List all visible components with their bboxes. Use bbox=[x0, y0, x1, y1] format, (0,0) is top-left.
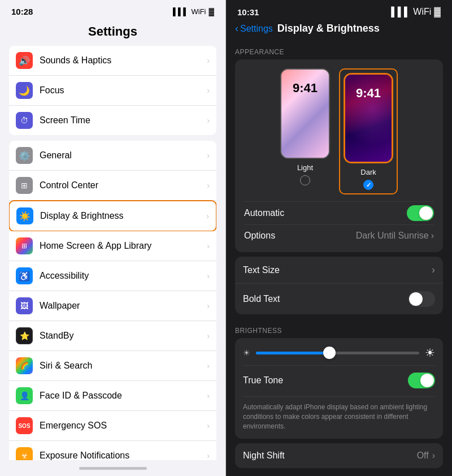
sidebar-item-home-screen[interactable]: ⊞ Home Screen & App Library › bbox=[9, 231, 216, 261]
sidebar-item-focus[interactable]: 🌙 Focus › bbox=[9, 76, 216, 106]
sidebar-item-exposure[interactable]: ☣ Exposure Notifications › bbox=[9, 441, 216, 460]
screen-time-label: Screen Time bbox=[40, 115, 207, 126]
true-tone-row: True Tone bbox=[243, 365, 435, 393]
settings-list: 🔊 Sounds & Haptics › 🌙 Focus › ⏱ Screen … bbox=[0, 46, 225, 460]
dark-label: Dark bbox=[360, 168, 376, 176]
sidebar-item-siri-search[interactable]: 🌈 Siri & Search › bbox=[9, 351, 216, 381]
screen-time-chevron: › bbox=[207, 116, 210, 125]
general-chevron: › bbox=[207, 151, 210, 160]
true-tone-desc: Automatically adapt iPhone display based… bbox=[243, 396, 435, 431]
home-bar-left bbox=[79, 467, 147, 470]
sidebar-item-wallpaper[interactable]: 🖼 Wallpaper › bbox=[9, 291, 216, 321]
sounds-icon: 🔊 bbox=[16, 52, 33, 69]
text-size-label: Text Size bbox=[243, 265, 280, 275]
battery-icon-right: ▓ bbox=[434, 7, 441, 17]
options-value: Dark Until Sunrise › bbox=[356, 231, 434, 241]
back-button[interactable]: ‹ Settings bbox=[235, 23, 273, 34]
appearance-section: 9:41 Light 9:41 Dark bbox=[235, 59, 443, 252]
sidebar-item-face-id[interactable]: 👤 Face ID & Passcode › bbox=[9, 381, 216, 411]
automatic-toggle[interactable] bbox=[407, 205, 434, 221]
toggle-thumb-bold bbox=[409, 292, 423, 306]
sidebar-item-display-brightness[interactable]: ☀️ Display & Brightness › bbox=[9, 200, 216, 232]
wallpaper-icon: 🖼 bbox=[16, 297, 33, 314]
back-chevron-icon: ‹ bbox=[235, 23, 238, 34]
options-label: Options bbox=[244, 231, 275, 241]
siri-icon: 🌈 bbox=[16, 357, 33, 374]
control-center-chevron: › bbox=[207, 181, 210, 190]
sidebar-item-standby[interactable]: ⭐ StandBy › bbox=[9, 321, 216, 351]
appearance-option-dark[interactable]: 9:41 Dark bbox=[339, 68, 398, 194]
right-content: APPEARANCE 9:41 Light bbox=[226, 40, 452, 476]
control-center-label: Control Center bbox=[40, 180, 207, 191]
home-screen-icon: ⊞ bbox=[16, 237, 33, 254]
sidebar-item-accessibility[interactable]: ♿ Accessibility › bbox=[9, 261, 216, 291]
sidebar-item-sounds[interactable]: 🔊 Sounds & Haptics › bbox=[9, 46, 216, 76]
wifi-icon: WiFi bbox=[192, 7, 206, 16]
siri-label: Siri & Search bbox=[40, 361, 207, 371]
light-radio[interactable] bbox=[300, 175, 310, 185]
brightness-slider-row: ☀ ☀ bbox=[243, 346, 435, 360]
brightness-fill bbox=[256, 352, 329, 354]
text-size-row[interactable]: Text Size › bbox=[235, 257, 443, 284]
emergency-sos-icon: SOS bbox=[16, 417, 33, 434]
standby-label: StandBy bbox=[40, 331, 207, 341]
wallpaper-label: Wallpaper bbox=[40, 301, 207, 311]
general-label: General bbox=[40, 150, 207, 161]
night-shift-card: Night Shift Off › bbox=[235, 443, 443, 468]
sidebar-item-screen-time[interactable]: ⏱ Screen Time › bbox=[9, 106, 216, 135]
wifi-icon-right: WiFi bbox=[413, 7, 431, 17]
right-panel: 10:31 ▌▌▌ WiFi ▓ ‹ Settings Display & Br… bbox=[226, 0, 452, 476]
light-mode-preview: 9:41 bbox=[280, 68, 330, 159]
appearance-option-light[interactable]: 9:41 Light bbox=[280, 68, 330, 194]
general-icon: ⚙️ bbox=[16, 147, 33, 164]
accessibility-label: Accessibility bbox=[40, 271, 207, 281]
dark-mode-preview: 9:41 bbox=[344, 73, 393, 163]
light-label: Light bbox=[297, 163, 313, 172]
brightness-track[interactable] bbox=[256, 352, 419, 354]
sidebar-item-control-center[interactable]: ⊞ Control Center › bbox=[9, 171, 216, 201]
brightness-thumb bbox=[323, 347, 336, 359]
phone-time-dark: 9:41 bbox=[345, 86, 392, 101]
sidebar-item-general[interactable]: ⚙️ General › bbox=[9, 141, 216, 171]
exposure-icon: ☣ bbox=[16, 447, 33, 460]
night-shift-value: Off › bbox=[417, 451, 435, 461]
face-id-label: Face ID & Passcode bbox=[40, 391, 207, 401]
sidebar-item-emergency-sos[interactable]: SOS Emergency SOS › bbox=[9, 411, 216, 441]
focus-icon: 🌙 bbox=[16, 82, 33, 99]
bold-text-toggle[interactable] bbox=[408, 291, 435, 307]
exposure-chevron: › bbox=[207, 451, 210, 460]
display-brightness-icon: ☀️ bbox=[16, 207, 33, 224]
brightness-high-icon: ☀ bbox=[425, 346, 435, 360]
control-center-icon: ⊞ bbox=[16, 177, 33, 194]
display-brightness-label: Display & Brightness bbox=[40, 211, 206, 221]
signal-icon: ▌▌▌ bbox=[173, 7, 189, 16]
bold-text-toggle-container bbox=[408, 291, 435, 307]
dark-radio[interactable] bbox=[363, 180, 373, 190]
focus-chevron: › bbox=[207, 86, 210, 95]
bold-text-row[interactable]: Bold Text bbox=[235, 284, 443, 314]
bold-text-label: Bold Text bbox=[243, 294, 280, 304]
status-time-right: 10:31 bbox=[237, 7, 259, 17]
wallpaper-chevron: › bbox=[207, 301, 210, 310]
night-shift-row[interactable]: Night Shift Off › bbox=[235, 443, 443, 468]
options-row[interactable]: Options Dark Until Sunrise › bbox=[244, 224, 434, 243]
night-shift-value-text: Off bbox=[417, 451, 429, 461]
accessibility-chevron: › bbox=[207, 271, 210, 280]
display-brightness-chevron: › bbox=[206, 211, 209, 220]
home-screen-label: Home Screen & App Library bbox=[40, 241, 207, 251]
sounds-label: Sounds & Haptics bbox=[40, 55, 207, 66]
siri-chevron: › bbox=[207, 361, 210, 370]
phone-time-light: 9:41 bbox=[281, 81, 329, 96]
true-tone-toggle[interactable] bbox=[408, 373, 435, 388]
face-id-chevron: › bbox=[207, 391, 210, 400]
status-bar-right: 10:31 ▌▌▌ WiFi ▓ bbox=[226, 0, 452, 20]
automatic-label: Automatic bbox=[244, 208, 284, 218]
toggle-thumb-true-tone bbox=[420, 374, 434, 387]
emergency-sos-label: Emergency SOS bbox=[40, 421, 207, 431]
text-settings-card: Text Size › Bold Text bbox=[235, 257, 443, 314]
brightness-low-icon: ☀ bbox=[243, 348, 250, 357]
night-shift-chevron: › bbox=[432, 451, 435, 461]
brightness-section-label: BRIGHTNESS bbox=[226, 319, 452, 338]
accessibility-icon: ♿ bbox=[16, 267, 33, 284]
night-shift-label: Night Shift bbox=[243, 451, 285, 461]
